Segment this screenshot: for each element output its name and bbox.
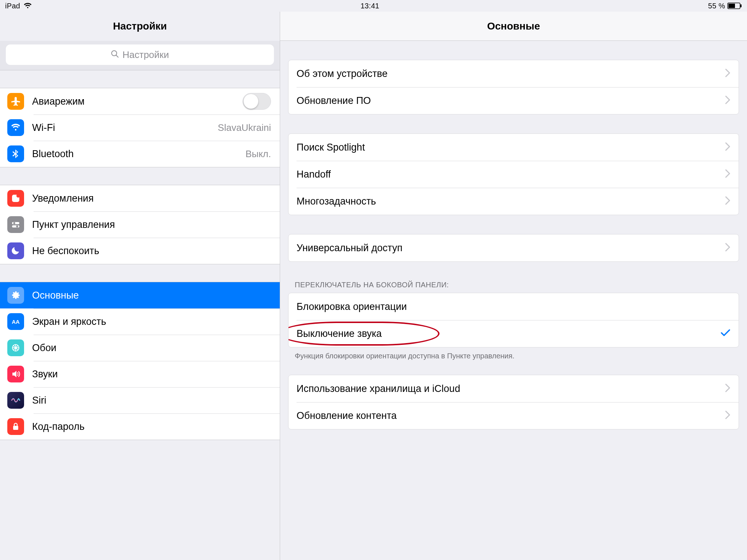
chevron-right-icon — [725, 142, 731, 153]
chevron-right-icon — [725, 196, 731, 207]
do-not-disturb-icon — [7, 242, 24, 259]
row-lock-rotation[interactable]: Блокировка ориентации — [289, 293, 739, 320]
row-software-update[interactable]: Обновление ПО — [289, 87, 739, 114]
chevron-right-icon — [725, 242, 731, 253]
sidebar-item-label: Авиарежим — [32, 96, 243, 107]
row-label: Обновление ПО — [297, 95, 725, 106]
sidebar-item-display[interactable]: AA Экран и яркость — [0, 308, 280, 335]
row-label: Поиск Spotlight — [297, 142, 725, 153]
svg-rect-18 — [13, 426, 18, 430]
content-header: Основные — [280, 12, 747, 41]
row-label: Многозадачность — [297, 196, 725, 207]
chevron-right-icon — [725, 95, 731, 106]
chevron-right-icon — [725, 169, 731, 180]
bluetooth-icon — [7, 145, 24, 162]
row-mute[interactable]: Выключение звука — [289, 320, 739, 347]
sidebar-title: Настройки — [113, 20, 167, 32]
lock-icon — [7, 418, 24, 435]
siri-icon — [7, 392, 24, 409]
bluetooth-value: Выкл. — [245, 148, 271, 160]
sidebar-item-label: Основные — [32, 290, 271, 301]
row-label: Использование хранилища и iCloud — [297, 383, 725, 394]
row-storage[interactable]: Использование хранилища и iCloud — [289, 375, 739, 402]
sidebar-item-label: Код-пароль — [32, 421, 271, 432]
sidebar-item-wifi[interactable]: Wi-Fi SlavaUkraini — [0, 114, 280, 141]
search-placeholder: Настройки — [123, 49, 169, 61]
svg-point-10 — [16, 225, 18, 227]
sidebar-item-passcode[interactable]: Код-пароль — [0, 413, 280, 440]
battery-percent: 55 % — [708, 2, 725, 10]
sidebar-item-label: Wi-Fi — [32, 122, 218, 133]
svg-rect-9 — [12, 225, 19, 228]
sidebar-item-general[interactable]: Основные — [0, 282, 280, 308]
wallpaper-icon — [7, 339, 24, 356]
sidebar-item-control-center[interactable]: Пункт управления — [0, 211, 280, 238]
sidebar-item-label: Экран и яркость — [32, 316, 271, 327]
row-background-refresh[interactable]: Обновление контента — [289, 402, 739, 429]
sidebar-item-label: Bluetooth — [32, 148, 245, 160]
row-spotlight[interactable]: Поиск Spotlight — [289, 134, 739, 161]
row-handoff[interactable]: Handoff — [289, 161, 739, 188]
checkmark-icon — [720, 329, 731, 338]
wifi-icon — [24, 3, 32, 9]
notifications-icon — [7, 190, 24, 207]
row-label: Универсальный доступ — [297, 242, 725, 254]
search-input[interactable]: Настройки — [6, 44, 274, 65]
sidebar-item-label: Уведомления — [32, 193, 271, 204]
row-label: Об этом устройстве — [297, 68, 725, 79]
section-footer-side-switch: Функция блокировки ориентации доступна в… — [280, 347, 747, 360]
svg-rect-2 — [740, 4, 742, 7]
wifi-icon — [7, 119, 24, 136]
sounds-icon — [7, 366, 24, 382]
svg-point-6 — [16, 194, 20, 198]
sidebar-item-label: Обои — [32, 342, 271, 354]
device-label: iPad — [5, 2, 20, 10]
row-label: Handoff — [297, 169, 725, 180]
svg-rect-7 — [12, 222, 19, 224]
svg-rect-1 — [728, 4, 735, 8]
status-time: 13:41 — [360, 2, 379, 10]
sidebar-item-bluetooth[interactable]: Bluetooth Выкл. — [0, 141, 280, 167]
airplane-icon — [7, 93, 24, 110]
settings-sidebar: Настройки Настройки Авиарежим — [0, 12, 280, 560]
row-label: Выключение звука — [297, 328, 720, 339]
search-icon — [111, 49, 119, 61]
wifi-value: SlavaUkraini — [218, 122, 271, 133]
row-about[interactable]: Об этом устройстве — [289, 60, 739, 87]
status-bar: iPad 13:41 55 % — [0, 0, 747, 12]
svg-point-8 — [13, 222, 15, 224]
battery-icon — [727, 3, 742, 9]
sidebar-item-label: Siri — [32, 395, 271, 406]
sidebar-item-label: Пункт управления — [32, 219, 271, 230]
gear-icon — [7, 287, 24, 304]
sidebar-item-airplane[interactable]: Авиарежим — [0, 88, 280, 114]
sidebar-item-wallpaper[interactable]: Обои — [0, 335, 280, 361]
chevron-right-icon — [725, 383, 731, 394]
row-accessibility[interactable]: Универсальный доступ — [289, 234, 739, 261]
row-multitasking[interactable]: Многозадачность — [289, 188, 739, 215]
sidebar-item-label: Не беспокоить — [32, 245, 271, 257]
control-center-icon — [7, 216, 24, 233]
airplane-toggle[interactable] — [243, 93, 271, 110]
section-header-side-switch: ПЕРЕКЛЮЧАТЕЛЬ НА БОКОВОЙ ПАНЕЛИ: — [280, 281, 747, 293]
chevron-right-icon — [725, 410, 731, 421]
sidebar-item-sounds[interactable]: Звуки — [0, 361, 280, 387]
svg-text:AA: AA — [12, 319, 20, 325]
sidebar-item-notifications[interactable]: Уведомления — [0, 185, 280, 211]
svg-line-4 — [116, 55, 118, 57]
sidebar-item-siri[interactable]: Siri — [0, 387, 280, 413]
sidebar-item-do-not-disturb[interactable]: Не беспокоить — [0, 238, 280, 264]
content-pane: Основные Об этом устройстве Обновление П… — [280, 12, 747, 560]
sidebar-item-label: Звуки — [32, 369, 271, 380]
display-icon: AA — [7, 313, 24, 330]
row-label: Блокировка ориентации — [297, 301, 731, 312]
chevron-right-icon — [725, 68, 731, 79]
row-label: Обновление контента — [297, 410, 725, 421]
content-title: Основные — [487, 20, 540, 32]
sidebar-header: Настройки — [0, 12, 280, 41]
